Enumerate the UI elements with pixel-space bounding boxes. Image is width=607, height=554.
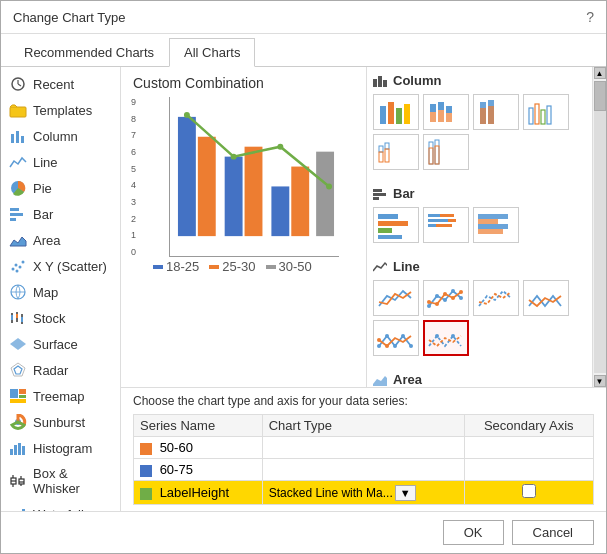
- sidebar-item-label: Stock: [33, 311, 66, 326]
- choose-text: Choose the chart type and axis for your …: [133, 394, 594, 408]
- chart-type-scrollbar[interactable]: ▲ ▼: [592, 67, 606, 387]
- svg-rect-94: [435, 146, 439, 164]
- svg-rect-97: [373, 197, 379, 200]
- ct-icon-bar2[interactable]: [423, 207, 469, 243]
- ct-icon-line5[interactable]: [373, 320, 419, 356]
- chart-preview-area: Custom Combination 9 8 7 6 5 4 3 2 1: [121, 67, 366, 387]
- sidebar-item-label: Radar: [33, 363, 68, 378]
- svg-rect-82: [488, 106, 494, 124]
- ct-icon-line2[interactable]: [423, 280, 469, 316]
- legend-label-1: 25-30: [222, 259, 255, 274]
- sidebar-item-histogram[interactable]: Histogram: [1, 435, 120, 461]
- sidebar-item-label: Pie: [33, 181, 52, 196]
- ct-icon-line6[interactable]: [423, 320, 469, 356]
- right-top: Custom Combination 9 8 7 6 5 4 3 2 1: [121, 67, 606, 387]
- ok-button[interactable]: OK: [443, 520, 504, 545]
- svg-rect-108: [478, 214, 508, 219]
- sidebar-item-waterfall[interactable]: Waterfall: [1, 501, 120, 511]
- chart-type-scroll-area[interactable]: Column: [367, 67, 592, 387]
- svg-rect-33: [10, 449, 13, 455]
- sidebar-item-pie[interactable]: Pie: [1, 175, 120, 201]
- scroll-track: [594, 81, 606, 373]
- sidebar-item-label: Histogram: [33, 441, 92, 456]
- sidebar-item-label: Area: [33, 233, 60, 248]
- sidebar-item-surface[interactable]: Surface: [1, 331, 120, 357]
- ct-icon-line1[interactable]: [373, 280, 419, 316]
- series-charttype-0: [262, 437, 464, 459]
- sidebar-item-treemap[interactable]: Treemap: [1, 383, 120, 409]
- ct-icon-col6[interactable]: [423, 134, 469, 170]
- svg-rect-99: [378, 221, 408, 226]
- ct-icon-col1[interactable]: [373, 94, 419, 130]
- tab-all-charts[interactable]: All Charts: [169, 38, 255, 67]
- svg-point-118: [435, 302, 439, 306]
- sidebar-item-stock[interactable]: Stock: [1, 305, 120, 331]
- series-name-0: 50-60: [134, 437, 263, 459]
- svg-rect-66: [373, 79, 377, 87]
- svg-rect-111: [478, 229, 503, 234]
- sidebar-item-recent[interactable]: Recent: [1, 71, 120, 97]
- sidebar-item-sunburst[interactable]: Sunburst: [1, 409, 120, 435]
- sidebar-item-label: X Y (Scatter): [33, 259, 107, 274]
- sidebar-item-line[interactable]: Line: [1, 149, 120, 175]
- scroll-down-btn[interactable]: ▼: [594, 375, 606, 387]
- series-axis-2[interactable]: [464, 481, 593, 505]
- surface-icon: [9, 336, 27, 352]
- series-charttype-2[interactable]: Stacked Line with Ma... ▼: [262, 481, 464, 505]
- tab-recommended[interactable]: Recommended Charts: [9, 38, 169, 66]
- scroll-thumb[interactable]: [594, 81, 606, 111]
- svg-point-112: [427, 304, 431, 308]
- secondary-axis-checkbox[interactable]: [522, 484, 536, 498]
- series-name-2: LabelHeight: [134, 481, 263, 505]
- svg-rect-86: [547, 106, 551, 124]
- svg-rect-110: [478, 224, 508, 229]
- svg-rect-30: [19, 395, 26, 398]
- svg-rect-28: [10, 389, 18, 398]
- ct-icon-col3[interactable]: [473, 94, 519, 130]
- ct-icon-bar1[interactable]: [373, 207, 419, 243]
- sidebar-item-bar[interactable]: Bar: [1, 201, 120, 227]
- svg-point-15: [16, 270, 19, 273]
- svg-rect-83: [529, 108, 533, 124]
- svg-rect-55: [178, 117, 196, 236]
- svg-rect-100: [378, 228, 392, 233]
- svg-rect-68: [383, 80, 387, 87]
- legend-label-2: 30-50: [279, 259, 312, 274]
- ct-icon-col2[interactable]: [423, 94, 469, 130]
- ct-icon-col4[interactable]: [523, 94, 569, 130]
- clock-icon: [9, 76, 27, 92]
- map-icon: [9, 284, 27, 300]
- chart-type-value: Stacked Line with Ma...: [269, 486, 393, 500]
- y-axis-labels: 9 8 7 6 5 4 3 2 1 0: [131, 97, 147, 257]
- col-header-series: Series Name: [134, 415, 263, 437]
- help-icon[interactable]: ?: [586, 9, 594, 25]
- sidebar-item-area[interactable]: Area: [1, 227, 120, 253]
- table-row-highlight[interactable]: LabelHeight Stacked Line with Ma... ▼: [134, 481, 594, 505]
- chart-type-panel: Column: [366, 67, 606, 387]
- cancel-button[interactable]: Cancel: [512, 520, 594, 545]
- series-axis-0: [464, 437, 593, 459]
- sidebar-item-box[interactable]: Box & Whisker: [1, 461, 120, 501]
- svg-rect-5: [16, 131, 19, 143]
- sidebar-item-column[interactable]: Column: [1, 123, 120, 149]
- chart-type-dropdown-btn[interactable]: ▼: [395, 485, 416, 501]
- scroll-up-btn[interactable]: ▲: [594, 67, 606, 79]
- svg-point-115: [451, 289, 455, 293]
- svg-rect-96: [373, 193, 386, 196]
- sidebar-item-radar[interactable]: Radar: [1, 357, 120, 383]
- svg-rect-70: [388, 102, 394, 124]
- sidebar-item-templates[interactable]: Templates: [1, 97, 120, 123]
- ct-icon-bar3[interactable]: [473, 207, 519, 243]
- svg-rect-19: [11, 315, 13, 320]
- sidebar-item-xy[interactable]: X Y (Scatter): [1, 253, 120, 279]
- sidebar-item-label: Map: [33, 285, 58, 300]
- ct-section-bar: Bar: [367, 180, 592, 253]
- sidebar-item-map[interactable]: Map: [1, 279, 120, 305]
- ct-icon-line3[interactable]: [473, 280, 519, 316]
- ct-icon-line4[interactable]: [523, 280, 569, 316]
- ct-icon-col5[interactable]: [373, 134, 419, 170]
- svg-point-124: [393, 344, 397, 348]
- svg-rect-75: [438, 102, 444, 110]
- svg-rect-88: [379, 152, 383, 162]
- svg-point-65: [326, 183, 332, 189]
